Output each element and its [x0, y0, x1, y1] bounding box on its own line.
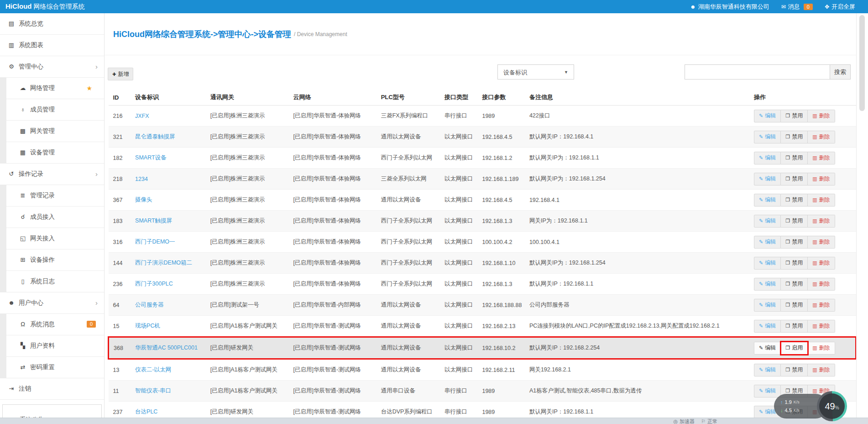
sidebar-item-system-messages[interactable]: Ω系统消息0	[0, 314, 104, 335]
sidebar-item-management-center[interactable]: ⚙管理中心›	[0, 56, 104, 78]
delete-button[interactable]: ▥删除	[808, 236, 835, 249]
page-subtitle: / Device Management	[294, 31, 347, 37]
messages-menu[interactable]: ✉ 消息 0	[781, 3, 813, 11]
sidebar-item-system-overview[interactable]: ▤系统总览	[0, 13, 104, 35]
clone-icon: ❐	[785, 367, 790, 373]
sidebar-item-system-logs[interactable]: ▯系统日志	[0, 271, 104, 292]
sidebar-item-operation-records[interactable]: ↺操作记录›	[0, 164, 104, 185]
device-name-link[interactable]: 现场PC机	[135, 323, 160, 329]
device-name-link[interactable]: JXFX	[135, 113, 149, 119]
delete-button[interactable]: ▥删除	[808, 278, 835, 291]
edit-button[interactable]: ✎编辑	[754, 364, 781, 376]
search-input[interactable]	[685, 64, 830, 80]
device-name-link[interactable]: 摄像头	[135, 196, 152, 203]
company-menu[interactable]: ☻ 湖南华辰智通科技有限公司	[690, 3, 769, 11]
cell-id: 236	[109, 274, 131, 295]
delete-button[interactable]: ▥删除	[808, 215, 835, 228]
trash-icon: ▥	[812, 197, 817, 203]
sidebar-item-user-center[interactable]: ☻用户中心›	[0, 292, 104, 314]
edit-button[interactable]: ✎编辑	[754, 257, 781, 270]
sidebar-item-member-management[interactable]: ♁成员管理	[0, 99, 104, 121]
edit-button[interactable]: ✎编辑	[754, 278, 781, 291]
disable-button[interactable]: ❐禁用	[781, 257, 808, 270]
sidebar-item-logout[interactable]: ⇥注销	[0, 378, 104, 400]
cell-plc-model: 通用以太网设备	[376, 337, 440, 359]
delete-button[interactable]: ▥删除	[808, 342, 835, 355]
device-name-link[interactable]: 台达PLC	[135, 408, 157, 415]
search-button[interactable]: 搜索	[830, 64, 851, 80]
delete-button[interactable]: ▥删除	[808, 364, 835, 376]
taskbar-item[interactable]: ◎加速器	[674, 418, 695, 424]
delete-button[interactable]: ▥删除	[808, 194, 835, 207]
edit-button[interactable]: ✎编辑	[754, 236, 781, 249]
disable-button[interactable]: ❐禁用	[781, 236, 808, 249]
delete-button[interactable]: ▥删除	[808, 320, 835, 333]
network-monitor-widget[interactable]: ↑ 1.9 K/s ↓ 4.5 K/s 49 %	[774, 391, 847, 421]
disable-button[interactable]: ❐禁用	[781, 299, 808, 312]
add-device-button[interactable]: ✚ 新增	[108, 68, 133, 80]
edit-button[interactable]: ✎编辑	[754, 299, 781, 312]
delete-button[interactable]: ▥删除	[808, 257, 835, 270]
sidebar-item-password-reset[interactable]: ⇄密码重置	[0, 357, 104, 378]
disable-button[interactable]: ❐禁用	[781, 152, 808, 164]
disable-button[interactable]: ❐禁用	[781, 131, 808, 143]
device-name-link[interactable]: 西门子DEMO一	[135, 238, 175, 245]
disable-button[interactable]: ❐禁用	[781, 194, 808, 207]
device-name-link[interactable]: 公司服务器	[135, 302, 164, 308]
disable-button[interactable]: ❐禁用	[781, 110, 808, 122]
filter-dropdown[interactable]: 设备标识 ▼	[497, 64, 574, 80]
enable-button[interactable]: ❐启用	[781, 342, 808, 355]
cell-interface-type: 以太网接口	[440, 337, 477, 359]
scrollbar-thumb[interactable]	[859, 15, 865, 111]
device-name-link[interactable]: 昆仑通泰触摸屏	[135, 133, 175, 140]
sidebar-item-gateway-management[interactable]: ▩网关管理	[0, 121, 104, 142]
device-name-link[interactable]: 华辰智通AC 500PLC001	[135, 344, 198, 351]
device-name-link[interactable]: 1234	[135, 176, 148, 182]
edit-button[interactable]: ✎编辑	[754, 215, 781, 228]
sidebar-item-device-operation[interactable]: ⊞设备操作	[0, 249, 104, 271]
device-name-link[interactable]: 智能仪表-串口	[135, 387, 171, 394]
edit-button[interactable]: ✎编辑	[754, 342, 781, 355]
disable-button[interactable]: ❐禁用	[781, 173, 808, 186]
device-name-link[interactable]: 仪表二-以太网	[135, 366, 171, 373]
sidebar-item-user-profile[interactable]: ▚用户资料	[0, 335, 104, 357]
edit-icon: ✎	[759, 155, 763, 161]
device-name-link[interactable]: SMART设备	[135, 154, 167, 161]
edit-button[interactable]: ✎编辑	[754, 194, 781, 207]
calendar-icon: ▦	[18, 142, 27, 163]
delete-button[interactable]: ▥删除	[808, 110, 835, 122]
delete-button[interactable]: ▥删除	[808, 299, 835, 312]
delete-button[interactable]: ▥删除	[808, 173, 835, 186]
edit-button[interactable]: ✎编辑	[754, 152, 781, 164]
taskbar-label: 正常	[707, 418, 717, 424]
history-icon: ↺	[7, 164, 16, 185]
scrollbar-track[interactable]	[856, 13, 868, 424]
sidebar-item-label: 设备管理	[30, 149, 55, 156]
sidebar-item-management-records[interactable]: ≣管理记录	[0, 185, 104, 207]
delete-button[interactable]: ▥删除	[808, 131, 835, 143]
sidebar-item-network-management[interactable]: ☁网络管理★	[0, 78, 104, 99]
sidebar-item-label: 系统消息	[30, 321, 55, 328]
disable-button[interactable]: ❐禁用	[781, 215, 808, 228]
fullscreen-button[interactable]: ✥ 开启全屏	[825, 3, 855, 11]
sidebar-item-member-access[interactable]: ☌成员接入	[0, 207, 104, 228]
edit-button[interactable]: ✎编辑	[754, 131, 781, 143]
sidebar-item-device-management[interactable]: ▦设备管理	[0, 142, 104, 164]
cell-remark: 默认网关IP为：192.168.1.1	[525, 148, 749, 169]
delete-button[interactable]: ▥删除	[808, 152, 835, 164]
taskbar-item[interactable]: ⚐正常	[701, 418, 717, 424]
sidebar-item-gateway-access[interactable]: ◱网关接入	[0, 228, 104, 249]
disable-button[interactable]: ❐禁用	[781, 320, 808, 333]
cell-plc-model: 西门子全系列以太网	[376, 232, 440, 253]
edit-button[interactable]: ✎编辑	[754, 110, 781, 122]
trash-icon: ▥	[812, 302, 817, 308]
device-name-link[interactable]: SMART触摸屏	[135, 217, 172, 224]
disable-button[interactable]: ❐禁用	[781, 364, 808, 376]
device-name-link[interactable]: 西门子300PLC	[135, 281, 173, 287]
sidebar-item-system-charts[interactable]: ▥系统图表	[0, 35, 104, 56]
share-icon: ☌	[18, 207, 27, 228]
device-name-link[interactable]: 西门子演示DEMO箱二	[135, 260, 192, 266]
edit-button[interactable]: ✎编辑	[754, 173, 781, 186]
edit-button[interactable]: ✎编辑	[754, 320, 781, 333]
disable-button[interactable]: ❐禁用	[781, 278, 808, 291]
